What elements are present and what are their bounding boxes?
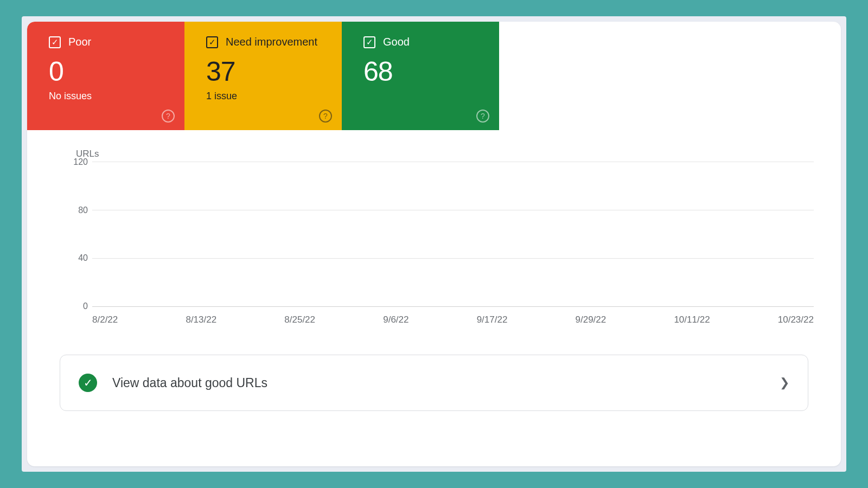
x-tick: 8/13/22 [186, 314, 216, 325]
checkmark-circle-icon: ✓ [79, 374, 97, 392]
x-tick: 9/17/22 [477, 314, 508, 325]
summary-tiles: ✓ Poor 0 No issues ? ✓ Need improvement … [27, 22, 841, 130]
view-good-urls-link[interactable]: ✓ View data about good URLs ❯ [60, 355, 808, 411]
x-tick: 10/23/22 [778, 314, 814, 325]
help-icon[interactable]: ? [319, 110, 332, 123]
x-tick: 9/29/22 [576, 314, 607, 325]
tile-need-value: 37 [206, 56, 327, 87]
x-axis-ticks: 8/2/228/13/228/25/229/6/229/17/229/29/22… [92, 314, 814, 325]
tile-poor-value: 0 [49, 56, 169, 87]
chevron-right-icon: ❯ [780, 376, 789, 390]
tile-need-improvement[interactable]: ✓ Need improvement 37 1 issue ? [184, 22, 342, 130]
tile-good[interactable]: ✓ Good 68 ? [342, 22, 499, 130]
tile-good-label: Good [383, 36, 410, 48]
x-tick: 10/11/22 [674, 314, 710, 325]
checkbox-icon[interactable]: ✓ [49, 36, 61, 48]
report-card: ✓ Poor 0 No issues ? ✓ Need improvement … [27, 22, 841, 466]
tile-need-label: Need improvement [226, 36, 317, 48]
tile-good-value: 68 [363, 56, 484, 87]
tile-poor-sub: No issues [49, 91, 169, 102]
help-icon[interactable]: ? [476, 110, 489, 123]
x-tick: 9/6/22 [383, 314, 409, 325]
stacked-bar-chart: 12080400 [92, 162, 814, 307]
x-tick: 8/2/22 [92, 314, 118, 325]
tile-poor[interactable]: ✓ Poor 0 No issues ? [27, 22, 184, 130]
chart-area: URLs 12080400 8/2/228/13/228/25/229/6/22… [27, 130, 841, 325]
help-icon[interactable]: ? [162, 110, 175, 123]
y-axis-ticks: 12080400 [66, 157, 88, 311]
checkbox-icon[interactable]: ✓ [363, 36, 375, 48]
y-axis-title: URLs [76, 149, 830, 159]
x-tick: 8/25/22 [284, 314, 315, 325]
tile-need-sub: 1 issue [206, 91, 327, 102]
link-text: View data about good URLs [112, 376, 780, 390]
page-background: ✓ Poor 0 No issues ? ✓ Need improvement … [22, 16, 846, 472]
checkbox-icon[interactable]: ✓ [206, 36, 218, 48]
tile-poor-label: Poor [68, 36, 91, 48]
chart-bars [92, 162, 814, 307]
